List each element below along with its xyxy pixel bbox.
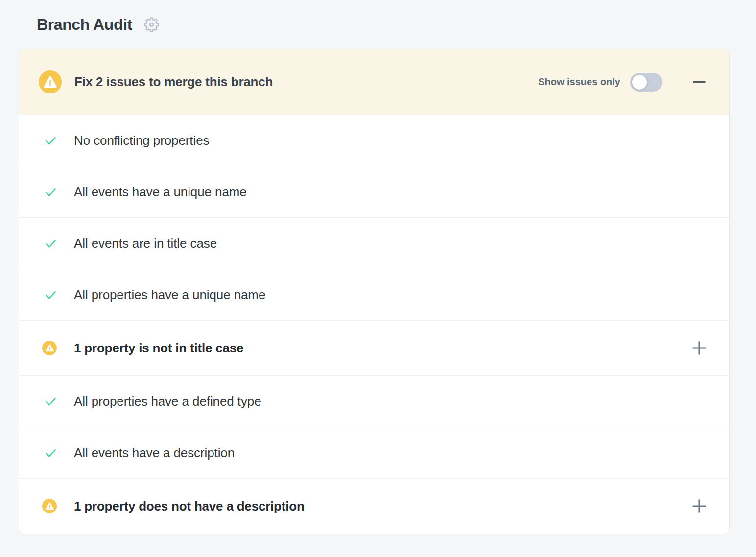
row-status-icon-slot — [42, 134, 74, 147]
collapse-button[interactable] — [691, 74, 708, 91]
check-icon — [44, 395, 57, 408]
page-header: Branch Audit — [37, 14, 737, 35]
gear-icon — [144, 17, 159, 32]
show-issues-toggle[interactable] — [630, 73, 662, 92]
row-status-icon-slot — [42, 446, 74, 460]
check-label: All properties have a unique name — [74, 287, 265, 302]
branch-audit-page: Branch Audit Fix 2 issues to merge this … — [0, 0, 756, 534]
show-issues-toggle-label: Show issues only — [538, 76, 620, 88]
row-status-icon-slot — [42, 499, 74, 513]
check-label: 1 property does not have a description — [74, 499, 305, 514]
audit-check-row: 1 property is not in title case — [19, 320, 729, 375]
audit-check-row: All events are in title case — [19, 217, 729, 269]
row-status-icon-slot — [42, 341, 74, 355]
check-label: All events have a unique name — [74, 185, 247, 200]
check-label: All events have a description — [74, 445, 235, 461]
warning-icon — [39, 70, 62, 93]
audit-summary-header: Fix 2 issues to merge this branch Show i… — [19, 49, 729, 115]
row-status-icon-slot — [42, 288, 74, 302]
check-icon — [44, 236, 57, 250]
toggle-knob — [632, 75, 647, 90]
plus-icon — [692, 499, 707, 513]
audit-summary-title: Fix 2 issues to merge this branch — [74, 74, 273, 90]
check-label: No conflicting properties — [74, 133, 209, 148]
branch-audit-card: Fix 2 issues to merge this branch Show i… — [19, 49, 730, 534]
audit-check-row: No conflicting properties — [19, 115, 729, 166]
row-status-icon-slot — [42, 185, 74, 199]
check-label: All properties have a defined type — [74, 394, 261, 409]
check-icon — [44, 134, 57, 147]
audit-check-row: All properties have a defined type — [19, 375, 729, 427]
expand-button[interactable] — [691, 498, 708, 514]
audit-check-row: All properties have a unique name — [19, 269, 729, 320]
page-title: Branch Audit — [37, 16, 132, 34]
check-icon — [44, 288, 57, 302]
check-label: 1 property is not in title case — [74, 341, 243, 356]
header-controls: Show issues only — [538, 73, 708, 92]
audit-check-row: All events have a unique name — [19, 166, 729, 217]
row-status-icon-slot — [42, 395, 74, 408]
minus-icon — [693, 81, 706, 83]
audit-check-row: 1 property does not have a description — [19, 478, 729, 534]
settings-button[interactable] — [144, 17, 160, 32]
check-label: All events are in title case — [74, 236, 217, 251]
check-icon — [44, 185, 57, 199]
checks-list: No conflicting properties All events hav… — [19, 115, 729, 534]
warning-icon — [42, 341, 57, 355]
warning-icon — [42, 499, 57, 513]
audit-check-row: All events have a description — [19, 427, 729, 478]
check-icon — [44, 446, 57, 460]
expand-button[interactable] — [691, 340, 708, 356]
plus-icon — [692, 341, 707, 355]
row-status-icon-slot — [42, 236, 74, 250]
